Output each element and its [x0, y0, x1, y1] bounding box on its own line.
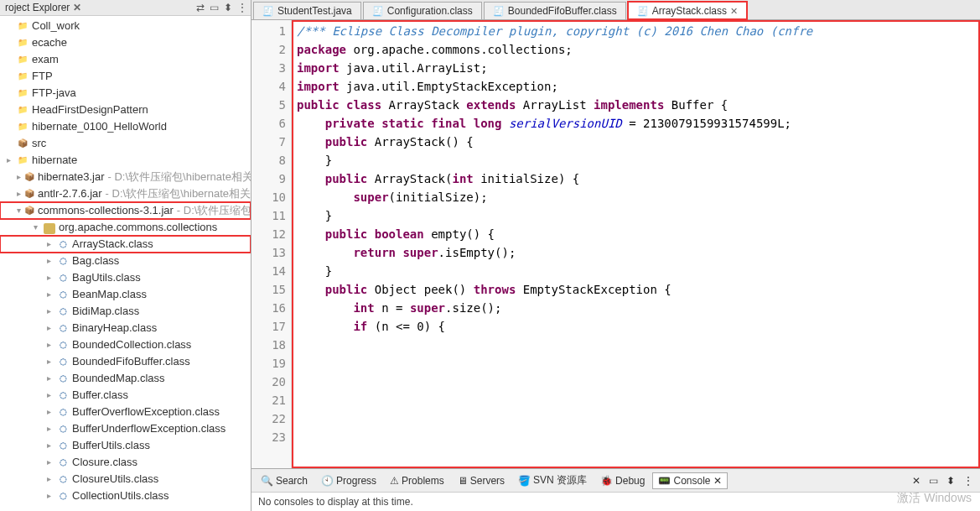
tree-node[interactable]: ▸BoundedCollection.class — [0, 336, 251, 353]
tab-close-icon[interactable]: ✕ — [730, 6, 738, 17]
tree-node-path: - D:\软件压缩包 — [177, 202, 251, 219]
bottom-tab-label: Console — [673, 475, 710, 487]
expand-twisty-icon[interactable]: ▸ — [44, 471, 54, 488]
line-number: 15 — [251, 280, 286, 299]
project-tree[interactable]: Coll_workecacheexamFTPFTP-javaHeadFirstD… — [0, 16, 251, 511]
tree-node[interactable]: ▸Buffer.class — [0, 387, 251, 404]
line-number: 22 — [251, 409, 286, 428]
expand-twisty-icon[interactable]: ▸ — [17, 185, 21, 202]
tree-node-label: BoundedFifoBuffer.class — [72, 353, 190, 370]
cls-icon — [57, 473, 69, 485]
close-icon[interactable]: ✕ — [713, 475, 722, 487]
expand-twisty-icon[interactable]: ▸ — [44, 387, 54, 404]
tree-node[interactable]: ▸CollectionUtils.class — [0, 488, 251, 504]
tree-node[interactable]: ▸hibernate — [0, 152, 251, 169]
expand-twisty-icon[interactable]: ▸ — [44, 236, 54, 253]
bottom-tab-console[interactable]: 📟Console ✕ — [652, 472, 727, 489]
line-gutter: 1234567891011121314151617181920212223 — [251, 20, 292, 468]
tree-node[interactable]: ▸BagUtils.class — [0, 269, 251, 286]
tree-node-label: src — [32, 135, 46, 152]
tree-node[interactable]: ▸BoundedFifoBuffer.class — [0, 353, 251, 370]
expand-twisty-icon[interactable]: ▸ — [44, 437, 54, 454]
tree-node[interactable]: FTP — [0, 68, 251, 85]
code-line: public boolean empty() { — [297, 225, 975, 243]
tree-node[interactable]: ▾commons-collections-3.1.jar - D:\软件压缩包 — [0, 202, 251, 219]
bottom-toolbar-icon[interactable]: ✕ — [909, 475, 924, 487]
line-number: 11 — [251, 206, 286, 225]
tree-node-label: antlr-2.7.6.jar — [38, 185, 102, 202]
expand-twisty-icon[interactable]: ▸ — [44, 404, 54, 420]
code-line: public Object peek() throws EmptyStackEx… — [297, 280, 975, 299]
code-viewport[interactable]: /*** Eclipse Class Decompiler plugin, co… — [292, 20, 980, 468]
tree-node[interactable]: ▸Bag.class — [0, 253, 251, 269]
bottom-tab-search[interactable]: 🔍Search — [255, 472, 314, 489]
expand-twisty-icon[interactable]: ▸ — [44, 253, 54, 269]
editor-tab[interactable]: StudentTest.java — [253, 2, 361, 19]
tree-node[interactable]: ▸BinaryHeap.class — [0, 320, 251, 336]
tree-node[interactable]: src — [0, 135, 251, 152]
explorer-toolbar-icon[interactable]: ⋮ — [237, 2, 247, 13]
expand-twisty-icon[interactable]: ▸ — [3, 152, 13, 169]
expand-twisty-icon[interactable]: ▸ — [44, 286, 54, 303]
tree-node[interactable]: ▸ClosureUtils.class — [0, 471, 251, 488]
tree-node[interactable]: exam — [0, 51, 251, 68]
expand-twisty-icon[interactable]: ▾ — [30, 219, 40, 236]
tree-node[interactable]: ▸BidiMap.class — [0, 303, 251, 320]
tree-node[interactable]: ▸hibernate3.jar - D:\软件压缩包\hibernate相关 — [0, 169, 251, 185]
bottom-tab-progress[interactable]: 🕙Progress — [315, 472, 382, 489]
bottom-tab-problems[interactable]: ⚠Problems — [384, 472, 450, 489]
tree-node[interactable]: ▸BufferUtils.class — [0, 437, 251, 454]
tree-node[interactable]: ▸ArrayStack.class — [0, 236, 251, 253]
editor-tab[interactable]: BoundedFifoBuffer.class — [484, 2, 626, 19]
tree-node-label: FTP-java — [32, 85, 76, 102]
expand-twisty-icon[interactable]: ▸ — [44, 488, 54, 504]
expand-twisty-icon[interactable]: ▸ — [44, 269, 54, 286]
tree-node[interactable]: ▾org.apache.commons.collections — [0, 219, 251, 236]
tree-node-label: ArrayStack.class — [72, 236, 153, 253]
editor-tab[interactable]: Configuration.class — [363, 2, 482, 19]
expand-twisty-icon[interactable]: ▸ — [44, 420, 54, 437]
tree-node[interactable]: ▸Closure.class — [0, 454, 251, 471]
tree-node[interactable]: HeadFirstDesignPattern — [0, 102, 251, 118]
tree-node[interactable]: Coll_work — [0, 18, 251, 34]
tree-node[interactable]: ▸antlr-2.7.6.jar - D:\软件压缩包\hibernate相关 — [0, 185, 251, 202]
explorer-toolbar-icon[interactable]: ▭ — [210, 2, 219, 13]
tree-node-label: ClosureUtils.class — [72, 471, 158, 488]
explorer-toolbar-icon[interactable]: ⇄ — [196, 2, 205, 13]
code-line: import java.util.EmptyStackException; — [297, 77, 975, 96]
expand-twisty-icon[interactable]: ▸ — [44, 454, 54, 471]
folder-icon — [17, 54, 29, 65]
editor-tab[interactable]: ArrayStack.class✕ — [628, 2, 747, 19]
expand-twisty-icon[interactable]: ▸ — [44, 370, 54, 387]
folder-icon — [17, 87, 29, 99]
explorer-close-icon[interactable]: ✕ — [73, 2, 81, 13]
bottom-tab-debug[interactable]: 🐞Debug — [594, 472, 651, 489]
expand-twisty-icon[interactable]: ▸ — [44, 303, 54, 320]
expand-twisty-icon[interactable]: ▸ — [44, 320, 54, 336]
editor-tabs: StudentTest.javaConfiguration.classBound… — [251, 0, 980, 20]
tree-node[interactable]: ecache — [0, 34, 251, 51]
tree-node[interactable]: hibernate_0100_HelloWorld — [0, 118, 251, 135]
bottom-tab-servers[interactable]: 🖥Servers — [452, 472, 511, 489]
folder-icon — [17, 70, 29, 82]
bottom-tab-label: Search — [276, 475, 308, 487]
tree-node[interactable]: FTP-java — [0, 85, 251, 102]
tree-node[interactable]: ▸BufferUnderflowException.class — [0, 420, 251, 437]
tree-node[interactable]: ▸BufferOverflowException.class — [0, 404, 251, 420]
bottom-toolbar-icon[interactable]: ⬍ — [943, 475, 958, 487]
tree-node-label: BinaryHeap.class — [72, 320, 157, 336]
code-line: public class ArrayStack extends ArrayLis… — [297, 96, 975, 114]
tree-node[interactable]: ▸BeanMap.class — [0, 286, 251, 303]
bottom-tab-svn 资源库[interactable]: 🪣SVN 资源库 — [512, 471, 593, 490]
bottom-toolbar-icon[interactable]: ⋮ — [960, 475, 977, 487]
jar-icon — [24, 171, 34, 183]
expand-twisty-icon[interactable]: ▸ — [44, 336, 54, 353]
expand-twisty-icon[interactable]: ▾ — [17, 202, 21, 219]
expand-twisty-icon[interactable]: ▸ — [17, 169, 21, 185]
code-line: if (n <= 0) { — [297, 317, 975, 336]
bottom-toolbar-icon[interactable]: ▭ — [926, 475, 941, 487]
tree-node-label: Closure.class — [72, 454, 137, 471]
explorer-toolbar-icon[interactable]: ⬍ — [224, 2, 232, 13]
tree-node[interactable]: ▸BoundedMap.class — [0, 370, 251, 387]
expand-twisty-icon[interactable]: ▸ — [44, 353, 54, 370]
